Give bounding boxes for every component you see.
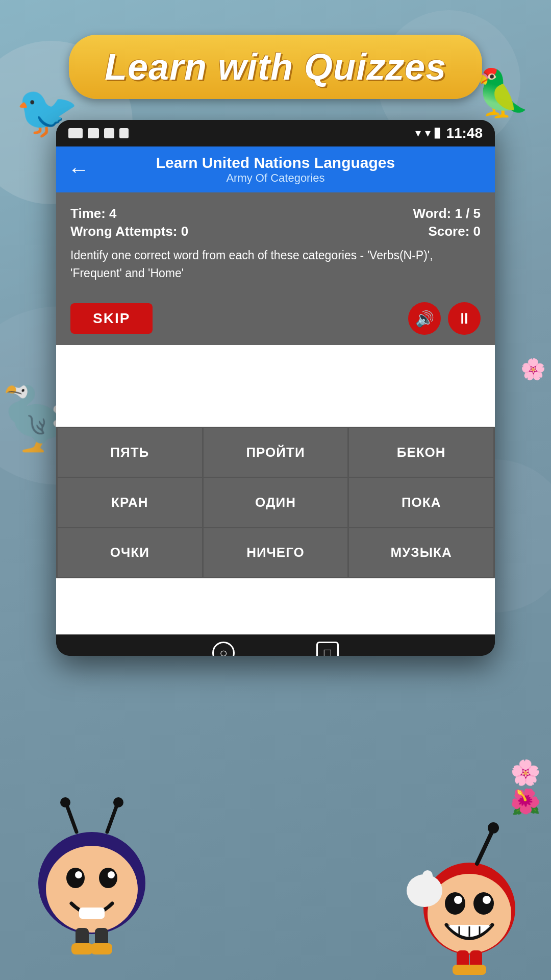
quiz-area: Time: 4 Wrong Attempts: 0 Word: 1 / 5 Sc…: [56, 192, 495, 345]
svg-line-20: [477, 831, 492, 864]
nav-home-button[interactable]: ○: [212, 642, 235, 656]
header-subtitle: Army Of Categories: [100, 172, 451, 185]
word-button-3[interactable]: КРАН: [58, 478, 202, 527]
svg-point-10: [66, 868, 85, 888]
word-button-7[interactable]: НИЧЕГО: [204, 528, 348, 577]
svg-point-9: [46, 846, 138, 933]
word-grid: ПЯТЬ ПРОЙТИ БЕКОН КРАН ОДИН ПОКА ОЧКИ НИ…: [56, 427, 495, 578]
svg-point-11: [99, 868, 117, 888]
title-badge: Learn with Quizzes: [69, 35, 482, 99]
bird-right-icon: 🦜: [473, 66, 531, 120]
svg-point-25: [454, 896, 462, 904]
svg-rect-31: [422, 870, 433, 895]
svg-point-21: [488, 822, 499, 834]
icon-buttons: 🔊 ⏸: [408, 302, 481, 335]
app-header: ← Learn United Nations Languages Army Of…: [56, 146, 495, 192]
status-icon-4: [119, 128, 129, 138]
svg-rect-14: [79, 908, 105, 919]
svg-line-5: [66, 804, 77, 832]
status-bar: ▾ ▾ ▊ 11:48: [56, 120, 495, 146]
svg-point-6: [60, 797, 70, 807]
svg-point-8: [113, 797, 123, 807]
svg-point-23: [445, 892, 465, 915]
status-icon-2: [88, 128, 99, 138]
word-button-2[interactable]: БЕКОН: [349, 428, 493, 477]
flowers-mid: 🌸: [520, 357, 546, 381]
score-stat: Score: 0: [413, 224, 481, 239]
mascot-red-bug: [398, 791, 541, 965]
header-title: Learn United Nations Languages: [100, 154, 451, 172]
sound-button[interactable]: 🔊: [408, 302, 441, 335]
back-arrow-icon: ←: [68, 159, 89, 180]
quiz-actions: SKIP 🔊 ⏸: [70, 302, 481, 335]
pause-button[interactable]: ⏸: [448, 302, 481, 335]
word-stat: Word: 1 / 5: [413, 206, 481, 222]
signal-icon: ▾: [425, 127, 431, 140]
nav-circle-icon: ○: [219, 645, 228, 656]
nav-recents-button[interactable]: □: [316, 642, 339, 656]
header-text-block: Learn United Nations Languages Army Of C…: [100, 154, 451, 185]
back-button[interactable]: ←: [66, 157, 91, 182]
wrong-stat: Wrong Attempts: 0: [70, 224, 188, 239]
nav-bar: ○ □: [56, 634, 495, 656]
title-text: Learn with Quizzes: [105, 46, 446, 87]
answer-area: [56, 345, 495, 427]
wifi-icon: ▾: [415, 127, 421, 140]
phone-frame: ▾ ▾ ▊ 11:48 ← Learn United Nations Langu…: [56, 120, 495, 656]
word-button-0[interactable]: ПЯТЬ: [58, 428, 202, 477]
status-icon-3: [104, 128, 114, 138]
quiz-stats: Time: 4 Wrong Attempts: 0 Word: 1 / 5 Sc…: [70, 206, 481, 239]
time-stat: Time: 4: [70, 206, 188, 222]
battery-icon: ▊: [435, 128, 442, 139]
svg-point-26: [483, 896, 491, 904]
status-time: 11:48: [446, 125, 483, 141]
nav-square-icon: □: [324, 646, 332, 656]
status-right: ▾ ▾ ▊ 11:48: [415, 125, 483, 141]
status-icons: [68, 128, 129, 138]
status-img-icon: [68, 128, 83, 138]
stat-right: Word: 1 / 5 Score: 0: [413, 206, 481, 239]
svg-point-13: [108, 871, 115, 878]
mascot-night-bug: ✦ ✦ ✦ 🌙: [10, 771, 173, 965]
word-button-4[interactable]: ОДИН: [204, 478, 348, 527]
svg-line-7: [107, 804, 117, 832]
sound-icon: 🔊: [415, 310, 434, 328]
svg-rect-17: [71, 943, 93, 954]
word-button-5[interactable]: ПОКА: [349, 478, 493, 527]
skip-button[interactable]: SKIP: [70, 303, 153, 334]
pause-icon: ⏸: [457, 310, 472, 327]
quiz-description: Identify one correct word from each of t…: [70, 247, 481, 282]
word-button-6[interactable]: ОЧКИ: [58, 528, 202, 577]
svg-point-24: [473, 892, 494, 915]
stat-left: Time: 4 Wrong Attempts: 0: [70, 206, 188, 239]
svg-rect-35: [466, 965, 486, 975]
word-button-1[interactable]: ПРОЙТИ: [204, 428, 348, 477]
svg-rect-18: [91, 943, 112, 954]
bottom-white-area: [56, 578, 495, 634]
svg-point-12: [75, 871, 82, 878]
word-button-8[interactable]: МУЗЫКА: [349, 528, 493, 577]
